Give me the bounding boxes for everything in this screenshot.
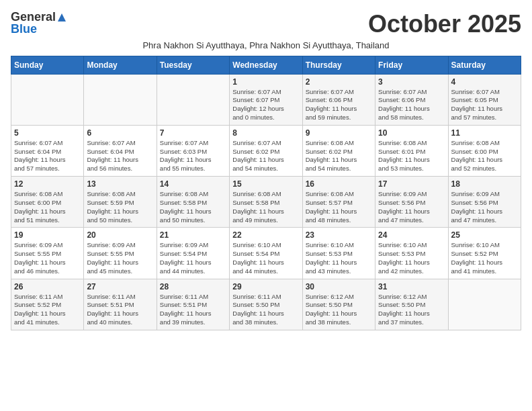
day-number: 18 <box>451 179 518 189</box>
day-number: 28 <box>160 282 226 291</box>
calendar-cell: 2Sunrise: 6:07 AMSunset: 6:06 PMDaylight… <box>302 74 375 125</box>
day-number: 31 <box>378 282 445 291</box>
day-number: 14 <box>160 179 226 189</box>
week-row: 19Sunrise: 6:09 AMSunset: 5:55 PMDayligh… <box>11 228 521 279</box>
logo-icon <box>56 12 67 23</box>
svg-marker-0 <box>58 13 66 21</box>
calendar-cell: 28Sunrise: 6:11 AMSunset: 5:51 PMDayligh… <box>157 279 229 330</box>
calendar-cell <box>11 74 84 125</box>
day-number: 15 <box>232 179 299 189</box>
day-info: Sunrise: 6:09 AMSunset: 5:56 PMDaylight:… <box>378 190 445 224</box>
day-info: Sunrise: 6:11 AMSunset: 5:51 PMDaylight:… <box>87 293 153 327</box>
day-number: 4 <box>451 77 518 87</box>
logo: General Blue <box>11 11 68 36</box>
day-info: Sunrise: 6:09 AMSunset: 5:54 PMDaylight:… <box>160 241 226 275</box>
day-info: Sunrise: 6:08 AMSunset: 5:57 PMDaylight:… <box>306 190 372 224</box>
day-number: 22 <box>232 230 299 240</box>
day-info: Sunrise: 6:08 AMSunset: 6:02 PMDaylight:… <box>306 139 372 173</box>
day-number: 12 <box>14 179 81 189</box>
day-info: Sunrise: 6:12 AMSunset: 5:50 PMDaylight:… <box>306 293 372 327</box>
day-info: Sunrise: 6:10 AMSunset: 5:52 PMDaylight:… <box>451 241 518 275</box>
weekday-header-tuesday: Tuesday <box>157 56 229 74</box>
calendar-cell: 14Sunrise: 6:08 AMSunset: 5:58 PMDayligh… <box>157 177 229 228</box>
day-number: 9 <box>306 128 372 138</box>
day-info: Sunrise: 6:07 AMSunset: 6:06 PMDaylight:… <box>306 88 372 122</box>
weekday-header-thursday: Thursday <box>302 56 375 74</box>
day-info: Sunrise: 6:07 AMSunset: 6:02 PMDaylight:… <box>232 139 299 173</box>
calendar-cell: 22Sunrise: 6:10 AMSunset: 5:54 PMDayligh… <box>230 228 302 279</box>
day-number: 6 <box>87 128 153 138</box>
calendar-cell: 20Sunrise: 6:09 AMSunset: 5:55 PMDayligh… <box>84 228 157 279</box>
calendar-cell <box>157 74 229 125</box>
header-top: General Blue October 2025 <box>11 11 521 38</box>
week-row: 1Sunrise: 6:07 AMSunset: 6:07 PMDaylight… <box>11 74 521 125</box>
day-info: Sunrise: 6:10 AMSunset: 5:54 PMDaylight:… <box>232 241 299 275</box>
calendar-cell: 16Sunrise: 6:08 AMSunset: 5:57 PMDayligh… <box>302 177 375 228</box>
day-number: 17 <box>378 179 445 189</box>
day-number: 1 <box>232 77 299 87</box>
calendar-cell: 26Sunrise: 6:11 AMSunset: 5:52 PMDayligh… <box>11 279 84 330</box>
day-number: 7 <box>160 128 226 138</box>
day-number: 10 <box>378 128 445 138</box>
calendar-body: 1Sunrise: 6:07 AMSunset: 6:07 PMDaylight… <box>11 74 521 330</box>
day-info: Sunrise: 6:10 AMSunset: 5:53 PMDaylight:… <box>306 241 372 275</box>
day-info: Sunrise: 6:09 AMSunset: 5:55 PMDaylight:… <box>14 241 81 275</box>
calendar-cell: 8Sunrise: 6:07 AMSunset: 6:02 PMDaylight… <box>230 125 302 176</box>
calendar-cell <box>84 74 157 125</box>
weekday-header-sunday: Sunday <box>11 56 84 74</box>
day-info: Sunrise: 6:07 AMSunset: 6:06 PMDaylight:… <box>378 88 445 122</box>
day-number: 23 <box>306 230 372 240</box>
logo-blue: Blue <box>11 23 37 36</box>
calendar-cell: 29Sunrise: 6:11 AMSunset: 5:50 PMDayligh… <box>230 279 302 330</box>
month-title: October 2025 <box>368 11 521 38</box>
calendar-cell: 11Sunrise: 6:08 AMSunset: 6:00 PMDayligh… <box>448 125 521 176</box>
day-number: 5 <box>14 128 81 138</box>
calendar-cell: 7Sunrise: 6:07 AMSunset: 6:03 PMDaylight… <box>157 125 229 176</box>
day-info: Sunrise: 6:07 AMSunset: 6:04 PMDaylight:… <box>14 139 81 173</box>
day-number: 20 <box>87 230 153 240</box>
calendar-cell: 12Sunrise: 6:08 AMSunset: 6:00 PMDayligh… <box>11 177 84 228</box>
day-info: Sunrise: 6:11 AMSunset: 5:52 PMDaylight:… <box>14 293 81 327</box>
day-number: 19 <box>14 230 81 240</box>
calendar-cell: 30Sunrise: 6:12 AMSunset: 5:50 PMDayligh… <box>302 279 375 330</box>
weekday-header-saturday: Saturday <box>448 56 521 74</box>
calendar-cell: 15Sunrise: 6:08 AMSunset: 5:58 PMDayligh… <box>230 177 302 228</box>
day-number: 16 <box>306 179 372 189</box>
day-number: 27 <box>87 282 153 291</box>
calendar-cell: 27Sunrise: 6:11 AMSunset: 5:51 PMDayligh… <box>84 279 157 330</box>
calendar-header: SundayMondayTuesdayWednesdayThursdayFrid… <box>11 56 521 74</box>
day-info: Sunrise: 6:10 AMSunset: 5:53 PMDaylight:… <box>378 241 445 275</box>
calendar-cell: 3Sunrise: 6:07 AMSunset: 6:06 PMDaylight… <box>375 74 448 125</box>
week-row: 26Sunrise: 6:11 AMSunset: 5:52 PMDayligh… <box>11 279 521 330</box>
day-info: Sunrise: 6:11 AMSunset: 5:51 PMDaylight:… <box>160 293 226 327</box>
calendar-cell: 5Sunrise: 6:07 AMSunset: 6:04 PMDaylight… <box>11 125 84 176</box>
day-number: 25 <box>451 230 518 240</box>
day-info: Sunrise: 6:08 AMSunset: 6:00 PMDaylight:… <box>451 139 518 173</box>
day-number: 26 <box>14 282 81 291</box>
calendar-cell: 6Sunrise: 6:07 AMSunset: 6:04 PMDaylight… <box>84 125 157 176</box>
week-row: 5Sunrise: 6:07 AMSunset: 6:04 PMDaylight… <box>11 125 521 176</box>
weekday-header-monday: Monday <box>84 56 157 74</box>
calendar-cell: 10Sunrise: 6:08 AMSunset: 6:01 PMDayligh… <box>375 125 448 176</box>
weekday-header-friday: Friday <box>375 56 448 74</box>
day-info: Sunrise: 6:11 AMSunset: 5:50 PMDaylight:… <box>232 293 299 327</box>
day-info: Sunrise: 6:09 AMSunset: 5:55 PMDaylight:… <box>87 241 153 275</box>
day-number: 3 <box>378 77 445 87</box>
title-area: October 2025 <box>368 11 521 38</box>
weekday-header-row: SundayMondayTuesdayWednesdayThursdayFrid… <box>11 56 521 74</box>
calendar-cell: 24Sunrise: 6:10 AMSunset: 5:53 PMDayligh… <box>375 228 448 279</box>
calendar-cell: 21Sunrise: 6:09 AMSunset: 5:54 PMDayligh… <box>157 228 229 279</box>
calendar-cell: 25Sunrise: 6:10 AMSunset: 5:52 PMDayligh… <box>448 228 521 279</box>
weekday-header-wednesday: Wednesday <box>230 56 302 74</box>
calendar-cell <box>448 279 521 330</box>
day-number: 21 <box>160 230 226 240</box>
day-number: 13 <box>87 179 153 189</box>
subtitle: Phra Nakhon Si Ayutthaya, Phra Nakhon Si… <box>11 40 521 50</box>
calendar-cell: 4Sunrise: 6:07 AMSunset: 6:05 PMDaylight… <box>448 74 521 125</box>
calendar-cell: 9Sunrise: 6:08 AMSunset: 6:02 PMDaylight… <box>302 125 375 176</box>
day-info: Sunrise: 6:07 AMSunset: 6:04 PMDaylight:… <box>87 139 153 173</box>
day-number: 24 <box>378 230 445 240</box>
day-number: 2 <box>306 77 372 87</box>
day-info: Sunrise: 6:08 AMSunset: 5:58 PMDaylight:… <box>232 190 299 224</box>
day-info: Sunrise: 6:07 AMSunset: 6:03 PMDaylight:… <box>160 139 226 173</box>
